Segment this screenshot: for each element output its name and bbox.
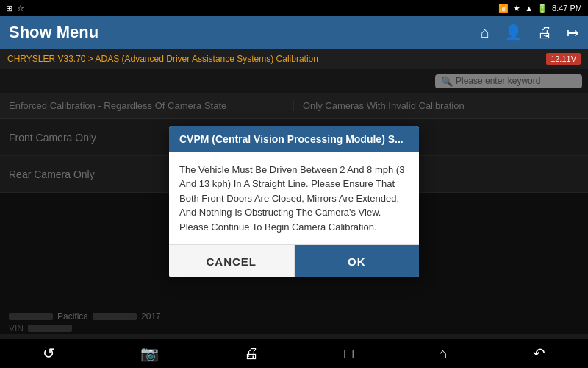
image-icon[interactable]: 📷 [140, 344, 159, 362]
exit-icon[interactable]: ↦ [567, 24, 579, 41]
ok-button[interactable]: OK [295, 245, 420, 277]
bluetooth-icon: 📶 [498, 4, 509, 13]
dialog: CVPM (Central Vision Processing Module) … [169, 126, 419, 278]
dialog-body: The Vehicle Must Be Driven Between 2 And… [169, 152, 419, 245]
printer-icon[interactable]: 🖨 [244, 345, 259, 362]
status-bar: ⊞ ☆ 📶 ★ ▲ 🔋 8:47 PM [0, 0, 588, 16]
battery-icon: 🔋 [537, 4, 548, 13]
bottom-nav: ↺ 📷 🖨 □ ⌂ ↶ [0, 339, 588, 368]
signal-icon: ▲ [525, 4, 533, 13]
toolbar-title: Show Menu [9, 23, 98, 42]
voltage-badge: 12.11V [546, 53, 581, 65]
app-icon: ⊞ [6, 4, 12, 13]
home-nav-icon[interactable]: ⌂ [439, 345, 448, 362]
dialog-title: CVPM (Central Vision Processing Module) … [179, 133, 409, 145]
app-wrapper: ⊞ ☆ 📶 ★ ▲ 🔋 8:47 PM Show Menu ⌂ 👤 🖨 ↦ CH… [0, 0, 588, 368]
star-icon: ☆ [17, 4, 24, 13]
time-display: 8:47 PM [552, 4, 582, 13]
dialog-footer: CANCEL OK [169, 244, 419, 277]
print-icon[interactable]: 🖨 [537, 24, 552, 41]
toolbar: Show Menu ⌂ 👤 🖨 ↦ [0, 16, 588, 49]
home-icon[interactable]: ⌂ [481, 24, 490, 41]
back-icon[interactable]: ↶ [533, 344, 545, 362]
square-icon[interactable]: □ [344, 345, 353, 362]
refresh-icon[interactable]: ↺ [43, 344, 55, 362]
toolbar-icons: ⌂ 👤 🖨 ↦ [481, 24, 579, 41]
content-area: 🔍 Enforced Calibration - Regardless Of C… [0, 69, 588, 305]
cancel-button[interactable]: CANCEL [169, 245, 295, 277]
breadcrumb-bar: CHRYSLER V33.70 > ADAS (Advanced Driver … [0, 49, 588, 69]
status-bar-right: 📶 ★ ▲ 🔋 8:47 PM [498, 4, 582, 13]
status-bar-left: ⊞ ☆ [6, 4, 24, 13]
breadcrumb-text: CHRYSLER V33.70 > ADAS (Advanced Driver … [7, 54, 318, 64]
modal-overlay: CVPM (Central Vision Processing Module) … [0, 69, 588, 334]
person-icon[interactable]: 👤 [504, 24, 523, 41]
wifi-icon: ★ [513, 4, 520, 13]
dialog-header: CVPM (Central Vision Processing Module) … [169, 126, 419, 152]
